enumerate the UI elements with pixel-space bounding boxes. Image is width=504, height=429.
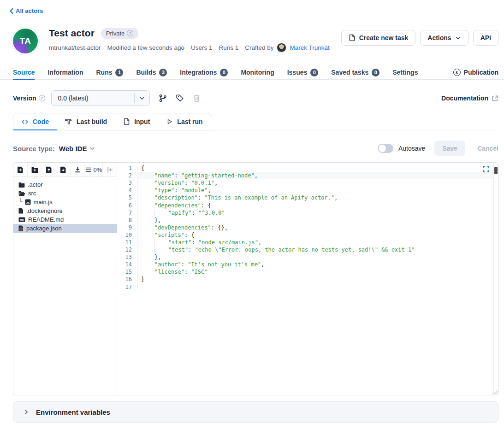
line-number: 11 — [117, 239, 137, 246]
document-icon — [349, 34, 356, 41]
code-line-text[interactable]: "dependencies": { — [137, 201, 493, 209]
source-type-select[interactable]: Web IDE — [59, 145, 96, 153]
source-type-label: Source type: — [13, 145, 55, 153]
new-file-icon[interactable] — [13, 163, 28, 176]
git-branch-icon[interactable] — [159, 94, 167, 102]
scrollbar-thumb[interactable] — [494, 167, 498, 174]
code-line: 2 "name": "getting-started-node", — [117, 172, 493, 179]
chevron-down-icon — [455, 35, 461, 41]
file-list: .actorsrc└JSmain.js.dockerignoreMDREADME… — [13, 177, 117, 233]
line-number: 2 — [117, 172, 137, 179]
code-line-text[interactable]: "license": "ISC" — [137, 268, 493, 276]
tab-integrations[interactable]: Integrations0 — [180, 65, 228, 79]
cancel-button[interactable]: Cancel — [477, 145, 498, 152]
code-line: 5 "description": "This is an example of … — [117, 194, 493, 201]
code-line-text[interactable]: } — [137, 276, 493, 283]
file-item-package.json[interactable]: {}package.json — [13, 224, 117, 233]
code-line-text[interactable]: "type": "module", — [137, 187, 493, 194]
fullscreen-icon[interactable] — [483, 166, 489, 172]
code-line-text[interactable]: "devDependencies": {}, — [137, 224, 493, 231]
tab-label: Runs — [96, 69, 112, 76]
tab-information[interactable]: Information — [47, 65, 83, 79]
download-icon[interactable] — [71, 163, 85, 176]
tab-last-build[interactable]: Last build — [57, 113, 115, 130]
code-line-text[interactable]: "description": "This is an example of an… — [137, 194, 493, 201]
version-select[interactable]: 0.0 (latest) — [51, 90, 150, 106]
help-icon[interactable]: ? — [127, 30, 133, 36]
save-button[interactable]: Save — [434, 141, 465, 156]
tab-count-badge: 1 — [115, 69, 123, 76]
tab-count-badge: 0 — [310, 69, 318, 76]
tab-issues[interactable]: Issues0 — [287, 65, 319, 79]
tab-monitoring[interactable]: Monitoring — [241, 65, 274, 79]
code-line: 7 "apify": "^3.0.0" — [117, 209, 493, 217]
autosave-toggle[interactable] — [378, 144, 393, 153]
delete-version-icon[interactable] — [193, 94, 201, 102]
code-line-text[interactable]: "test": "echo \"Error: oops, the actor h… — [137, 246, 493, 253]
code-editor[interactable]: 1{2 "name": "getting-started-node",3 "ve… — [117, 163, 498, 395]
external-link-icon — [492, 95, 498, 102]
page-title: Test actor — [49, 28, 95, 39]
tab-code[interactable]: Code — [13, 113, 57, 130]
tab-builds[interactable]: Builds3 — [136, 65, 167, 79]
file-item-src[interactable]: src — [13, 189, 117, 198]
zoom-control[interactable]: 0% — [85, 163, 103, 176]
svg-text:MD: MD — [20, 218, 24, 221]
code-lines: 1{2 "name": "getting-started-node",3 "ve… — [117, 165, 493, 291]
import-file-icon[interactable] — [56, 163, 71, 176]
file-tree-pane: 0% .actorsrc└JSmain.js.dockerignoreMDREA… — [13, 163, 117, 395]
file-item-.dockerignore[interactable]: .dockerignore — [13, 206, 117, 215]
svg-text:JS: JS — [26, 201, 29, 204]
api-button[interactable]: API — [473, 30, 498, 46]
tab-publication[interactable]: $ Publication — [453, 65, 498, 79]
tab-settings[interactable]: Settings — [392, 65, 418, 79]
code-icon — [21, 118, 29, 125]
code-line-text[interactable]: "name": "getting-started-node", — [137, 172, 493, 179]
upload-file-icon[interactable] — [42, 163, 56, 176]
author-link[interactable]: Marek Trunkát — [290, 44, 329, 51]
code-line: 9 "devDependencies": {}, — [117, 224, 493, 231]
environment-variables-section[interactable]: Environment variables — [13, 401, 498, 423]
code-line-text[interactable]: "apify": "^3.0.0" — [137, 209, 493, 217]
create-new-task-button[interactable]: Create new task — [341, 30, 416, 46]
version-row: Version ? 0.0 (latest) Documentation — [13, 90, 498, 106]
documentation-link[interactable]: Documentation — [441, 94, 498, 102]
tab-input[interactable]: Input — [115, 113, 158, 130]
tab-source[interactable]: Source — [13, 65, 35, 79]
line-number: 6 — [117, 202, 137, 209]
file-item-.actor[interactable]: .actor — [13, 180, 117, 189]
zoom-value: 0% — [94, 166, 102, 173]
author-avatar — [277, 43, 286, 53]
tab-last-run[interactable]: Last run — [158, 113, 210, 130]
tab-label: Information — [47, 69, 83, 76]
code-line-text[interactable]: "scripts": { — [137, 231, 493, 239]
editor-scrollbar[interactable] — [493, 163, 498, 395]
back-to-all-actors-link[interactable]: All actors — [9, 7, 43, 14]
tree-connector: └ — [18, 198, 23, 205]
file-item-README.md[interactable]: MDREADME.md — [13, 215, 117, 224]
file-item-main.js[interactable]: └JSmain.js — [13, 198, 117, 206]
code-line: 12 "test": "echo \"Error: oops, the acto… — [117, 246, 493, 253]
code-line-text[interactable]: { — [137, 165, 493, 172]
tab-count-badge: 0 — [220, 69, 228, 76]
version-help-icon[interactable]: ? — [39, 95, 45, 101]
code-line: 13 }, — [117, 253, 493, 261]
folder-open-icon — [18, 191, 25, 196]
folder-icon — [18, 182, 25, 188]
code-line-text[interactable]: "version": "0.0.1", — [137, 179, 493, 187]
code-line-text[interactable]: }, — [137, 217, 493, 224]
tag-icon[interactable] — [176, 94, 184, 102]
actions-menu-button[interactable]: Actions — [420, 30, 468, 46]
code-line-text[interactable]: "author": "It's not you it's me", — [137, 261, 493, 268]
code-line: 1{ — [117, 165, 493, 172]
collapse-sidebar-icon[interactable] — [103, 163, 117, 176]
actor-handle: mtrunkat/test-actor — [49, 44, 101, 51]
tab-runs[interactable]: Runs1 — [96, 65, 123, 79]
code-line-text[interactable]: "start": "node src/main.js", — [137, 239, 493, 246]
new-folder-icon[interactable] — [28, 163, 42, 176]
code-line-text[interactable] — [137, 283, 493, 291]
code-line-text[interactable]: }, — [137, 253, 493, 261]
modified-text: Modified a few seconds ago — [107, 44, 184, 51]
env-section-title: Environment variables — [36, 408, 110, 416]
tab-saved-tasks[interactable]: Saved tasks0 — [331, 65, 379, 79]
